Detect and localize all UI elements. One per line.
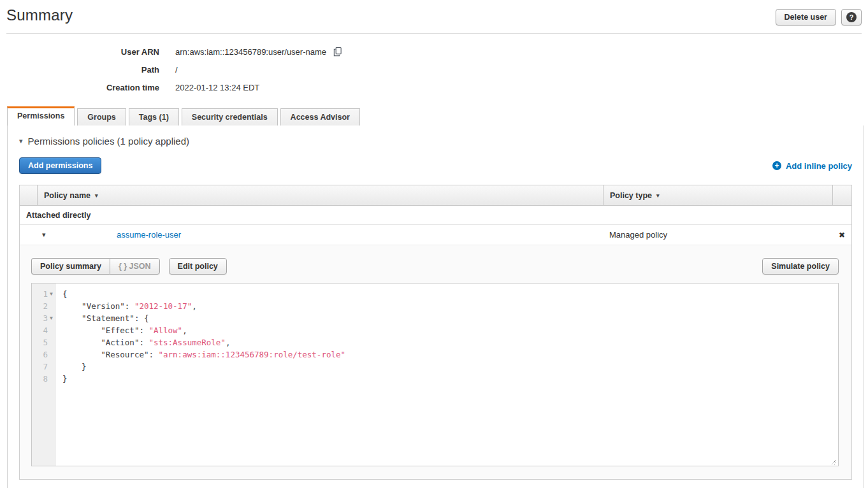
tab-permissions[interactable]: Permissions: [7, 106, 75, 126]
table-row: ▾ assume-role-user Managed policy ✖: [20, 225, 851, 245]
creation-time-label: Creation time: [0, 83, 159, 92]
sort-arrow-icon: ▾: [95, 192, 98, 199]
field-row-path: Path /: [0, 61, 868, 78]
attached-directly-group-row: Attached directly: [20, 206, 851, 225]
user-arn-label: User ARN: [0, 47, 159, 57]
add-permissions-button[interactable]: Add permissions: [19, 157, 101, 174]
path-value: /: [175, 65, 178, 75]
help-button[interactable]: ?: [841, 9, 862, 25]
actions-column-header: [832, 185, 851, 205]
edit-policy-button[interactable]: Edit policy: [169, 258, 227, 275]
policy-type-cell: Managed policy: [603, 230, 832, 240]
header-actions: Delete user ?: [776, 9, 862, 25]
path-label: Path: [0, 65, 159, 75]
json-policy-editor[interactable]: 1▼23▼45678 { "Version": "2012-10-17", "S…: [31, 283, 839, 466]
policy-name-cell: ▾ assume-role-user: [38, 230, 603, 240]
policy-view-button-group: Policy summary { } JSON: [31, 258, 160, 275]
policy-actions-row: Add permissions + Add inline policy: [19, 157, 852, 174]
tab-bar: Permissions Groups Tags (1) Security cre…: [0, 106, 868, 126]
user-info-section: User ARN arn:aws:iam::123456789:user/use…: [0, 43, 868, 96]
tab-tags[interactable]: Tags (1): [129, 108, 179, 126]
policy-type-column-header[interactable]: Policy type ▾: [603, 185, 832, 205]
policy-name-link[interactable]: assume-role-user: [117, 230, 181, 240]
add-inline-policy-link[interactable]: + Add inline policy: [772, 161, 852, 171]
help-icon: ?: [846, 12, 857, 22]
tab-security-credentials[interactable]: Security credentials: [182, 108, 278, 126]
policies-table: Policy name ▾ Policy type ▾ Attached dir…: [19, 185, 852, 480]
add-inline-policy-label: Add inline policy: [786, 161, 852, 171]
permissions-policies-section-header[interactable]: ▾ Permissions policies (1 policy applied…: [19, 126, 852, 147]
editor-resize-handle[interactable]: [829, 457, 837, 465]
sort-arrow-icon: ▾: [656, 192, 660, 199]
row-expander-icon[interactable]: ▾: [42, 231, 51, 239]
field-row-creation-time: Creation time 2022-01-12 13:24 EDT: [0, 78, 868, 96]
json-view-button[interactable]: { } JSON: [110, 258, 160, 275]
expander-column-header: [20, 185, 38, 205]
field-row-user-arn: User ARN arn:aws:iam::123456789:user/use…: [0, 43, 868, 61]
policy-actions-cell: ✖: [832, 231, 851, 239]
tab-access-advisor[interactable]: Access Advisor: [280, 108, 360, 126]
policy-detail-panel: Policy summary { } JSON Edit policy Simu…: [20, 245, 851, 479]
table-header-row: Policy name ▾ Policy type ▾: [20, 185, 851, 206]
section-collapse-icon: ▾: [19, 138, 23, 145]
delete-user-button[interactable]: Delete user: [776, 9, 836, 25]
policy-type-header-label: Policy type: [610, 191, 652, 200]
user-arn-text: arn:aws:iam::123456789:user/user-name: [175, 47, 326, 57]
policy-detail-toolbar: Policy summary { } JSON Edit policy Simu…: [31, 258, 839, 275]
editor-gutter: 1▼23▼45678: [32, 283, 56, 466]
copy-icon[interactable]: [333, 47, 342, 57]
plus-icon: +: [772, 161, 781, 170]
creation-time-value: 2022-01-12 13:24 EDT: [175, 83, 259, 92]
page-title: Summary: [6, 6, 73, 24]
user-arn-value: arn:aws:iam::123456789:user/user-name: [175, 47, 342, 57]
remove-policy-icon[interactable]: ✖: [839, 231, 845, 239]
page-header: Summary Delete user ?: [6, 0, 862, 34]
policy-summary-button[interactable]: Policy summary: [31, 258, 110, 275]
section-title: Permissions policies (1 policy applied): [28, 136, 189, 147]
editor-code[interactable]: { "Version": "2012-10-17", "Statement": …: [56, 283, 838, 466]
policy-name-column-header[interactable]: Policy name ▾: [38, 185, 603, 205]
policy-name-header-label: Policy name: [44, 191, 90, 200]
simulate-policy-button[interactable]: Simulate policy: [762, 258, 839, 275]
tab-groups[interactable]: Groups: [77, 108, 126, 126]
permissions-tab-panel: ▾ Permissions policies (1 policy applied…: [7, 126, 864, 488]
